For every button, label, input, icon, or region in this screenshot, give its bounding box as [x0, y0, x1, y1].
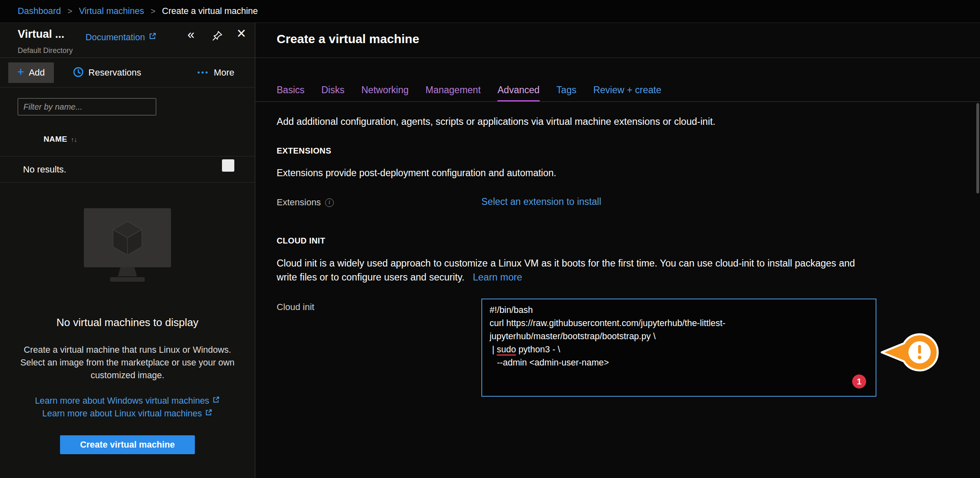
tab-tags[interactable]: Tags — [557, 85, 577, 101]
tab-disks[interactable]: Disks — [321, 85, 344, 101]
pin-blade-icon[interactable] — [212, 30, 223, 43]
cloud-init-description: Cloud init is a widely used approach to … — [277, 256, 864, 284]
cloud-init-label-text: Cloud init — [277, 302, 314, 313]
main-scrollbar-thumb[interactable] — [976, 103, 979, 193]
breadcrumb-dashboard-link[interactable]: Dashboard — [18, 6, 61, 16]
documentation-link-label: Documentation — [86, 32, 145, 43]
row-divider — [0, 182, 255, 183]
tab-management[interactable]: Management — [425, 85, 481, 101]
clock-icon — [73, 67, 84, 79]
cloud-init-description-text: Cloud init is a widely used approach to … — [277, 258, 855, 283]
blade-header: Virtual ... Documentation Default Direct… — [0, 23, 255, 58]
empty-state-title: No virtual machines to display — [0, 316, 255, 329]
cloud-init-textarea[interactable]: #!/bin/bash curl https://raw.githubuserc… — [481, 299, 876, 397]
info-icon[interactable]: i — [325, 198, 334, 207]
code-line: #!/bin/bash — [490, 303, 868, 317]
external-link-icon — [148, 32, 157, 43]
code-line: --admin <admin-user-name> — [490, 356, 868, 369]
learn-windows-vm-label: Learn more about Windows virtual machine… — [35, 396, 209, 406]
documentation-link[interactable]: Documentation — [86, 32, 157, 43]
extensions-field-label: Extensions i — [277, 197, 334, 208]
external-link-icon — [205, 409, 213, 419]
breadcrumb-separator: > — [67, 7, 72, 16]
attention-arrow-icon — [880, 331, 942, 375]
cloud-init-field-label: Cloud init — [277, 302, 314, 313]
create-virtual-machine-button[interactable]: Create virtual machine — [60, 435, 195, 454]
extensions-description: Extensions provide post-deployment confi… — [277, 168, 556, 179]
breadcrumb-separator: > — [150, 7, 155, 16]
learn-windows-vm-link[interactable]: Learn more about Windows virtual machine… — [0, 396, 255, 406]
breadcrumb-current: Create a virtual machine — [162, 6, 258, 16]
advanced-tab-intro: Add additional configuration, agents, sc… — [277, 116, 715, 127]
page-title: Create a virtual machine — [277, 32, 419, 46]
create-vm-tabs: Basics Disks Networking Management Advan… — [255, 78, 980, 102]
extensions-section-header: EXTENSIONS — [277, 146, 331, 156]
code-line: | sudo python3 - \ — [490, 343, 868, 356]
more-label: More — [214, 67, 234, 78]
create-vm-header: Create a virtual machine — [255, 23, 980, 58]
close-blade-icon[interactable]: × — [237, 25, 246, 42]
create-vm-panel: Create a virtual machine Basics Disks Ne… — [255, 23, 980, 478]
tab-advanced[interactable]: Advanced — [497, 85, 539, 101]
cloud-init-section-header: CLOUD INIT — [277, 236, 325, 246]
spellcheck-underlined-word: sudo — [497, 345, 516, 354]
learn-more-link[interactable]: Learn more — [473, 272, 522, 283]
breadcrumb: Dashboard > Virtual machines > Create a … — [0, 0, 980, 23]
step-number-badge: 1 — [852, 375, 866, 388]
directory-name: Default Directory — [18, 46, 73, 55]
more-commands-button[interactable]: ••• More — [197, 67, 234, 78]
breadcrumb-virtual-machines-link[interactable]: Virtual machines — [79, 6, 144, 16]
external-link-icon — [212, 396, 220, 406]
virtual-machines-blade: Virtual ... Documentation Default Direct… — [0, 23, 255, 478]
row-divider — [0, 156, 255, 156]
blade-title: Virtual ... — [18, 28, 65, 41]
name-column-header[interactable]: NAME ↑↓ — [44, 135, 77, 144]
ellipsis-icon: ••• — [197, 68, 209, 77]
plus-icon: + — [17, 65, 24, 79]
add-vm-button[interactable]: + Add — [8, 62, 54, 83]
add-vm-label: Add — [29, 67, 45, 78]
select-extension-link[interactable]: Select an extension to install — [481, 196, 601, 207]
empty-state-description: Create a virtual machine that runs Linux… — [16, 344, 240, 382]
extensions-label-text: Extensions — [277, 197, 321, 208]
collapse-blade-icon[interactable]: « — [187, 27, 194, 42]
tab-basics[interactable]: Basics — [277, 85, 305, 101]
name-column-label: NAME — [44, 135, 67, 144]
reservations-button[interactable]: Reservations — [73, 67, 141, 79]
vm-monitor-illustration — [82, 207, 173, 287]
code-line: curl https://raw.githubusercontent.com/j… — [490, 317, 868, 330]
no-results-text: No results. — [23, 164, 66, 175]
azure-portal-page: Dashboard > Virtual machines > Create a … — [0, 0, 980, 478]
tab-networking[interactable]: Networking — [361, 85, 409, 101]
learn-linux-vm-label: Learn more about Linux virtual machines — [42, 409, 202, 419]
vm-list-toolbar: + Add Reservations ••• More — [0, 58, 255, 87]
filter-by-name-input[interactable] — [18, 98, 156, 115]
tab-review-create[interactable]: Review + create — [593, 85, 661, 101]
sort-arrows-icon: ↑↓ — [71, 136, 77, 143]
reservations-label: Reservations — [88, 67, 141, 78]
scrollbar-thumb[interactable] — [222, 159, 234, 172]
learn-linux-vm-link[interactable]: Learn more about Linux virtual machines — [0, 409, 255, 419]
code-line: jupyterhub/master/bootstrap/bootstrap.py… — [490, 330, 868, 343]
